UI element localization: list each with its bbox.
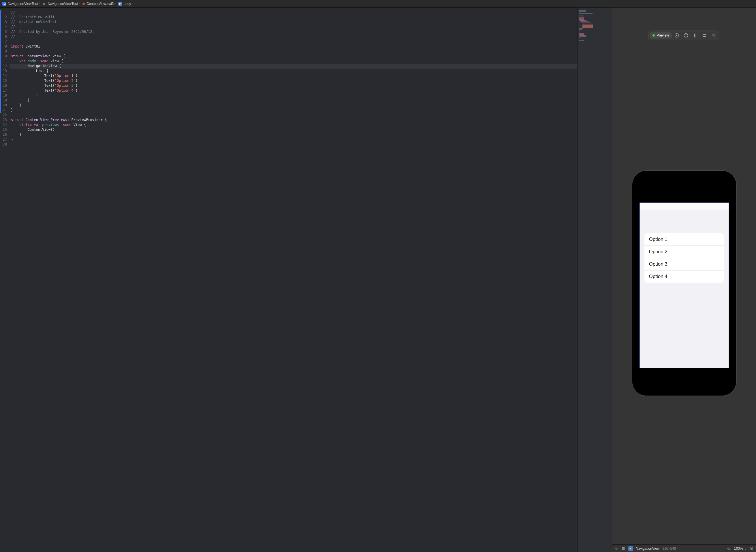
code-line[interactable] (10, 142, 577, 147)
change-indicator (0, 10, 1, 113)
code-line[interactable]: // Created by Juan Reyes on 2022/06/12. (10, 29, 577, 34)
device-settings-button[interactable] (691, 32, 699, 39)
swift-icon: ◆ (82, 1, 85, 6)
phone-frame: Option 1Option 2Option 3Option 4 (632, 171, 736, 396)
breadcrumb-separator: 〉 (114, 1, 118, 6)
code-line[interactable]: } (10, 137, 577, 142)
code-line[interactable]: NavigationView { (10, 64, 577, 68)
code-line[interactable]: // ContentView.swift (10, 15, 577, 20)
preview-status-button[interactable]: Preview (650, 32, 672, 39)
list-view: Option 1Option 2Option 3Option 4 (644, 233, 724, 283)
code-line[interactable]: // (10, 10, 577, 15)
variants-button[interactable] (700, 32, 709, 39)
editor-panel: 1234567891011121314151617181920212223242… (0, 7, 612, 552)
preview-label: Preview (657, 33, 669, 37)
list-item[interactable]: Option 1 (644, 233, 724, 246)
property-icon: P (118, 2, 122, 6)
code-line[interactable]: // NavigationViewTest (10, 20, 577, 24)
code-line[interactable]: Text("Option 3") (10, 83, 577, 88)
code-line[interactable] (10, 49, 577, 54)
code-line[interactable] (10, 113, 577, 118)
list-item[interactable]: Option 3 (644, 258, 724, 271)
breadcrumb-file-label: ContentView.swift (87, 2, 114, 6)
code-line[interactable]: Text("Option 1") (10, 74, 577, 79)
list-item[interactable]: Option 2 (644, 246, 724, 258)
zoom-out-button[interactable] (727, 547, 731, 551)
zoom-in-button[interactable] (750, 547, 754, 551)
code-line[interactable]: // (10, 24, 577, 29)
zoom-level[interactable]: 100% ⌄ (734, 547, 747, 551)
view-hierarchy-icon[interactable]: ‹ (628, 546, 633, 551)
folder-icon: ▤ (42, 2, 46, 6)
code-line[interactable] (10, 39, 577, 44)
breadcrumb-symbol[interactable]: P body (118, 2, 131, 6)
inspect-button[interactable] (682, 32, 690, 39)
code-editor[interactable]: //// ContentView.swift// NavigationViewT… (10, 7, 577, 552)
breadcrumb-folder[interactable]: ▤ NavigationViewTest (42, 2, 78, 6)
code-line[interactable]: var body: some View { (10, 59, 577, 64)
code-line[interactable]: List { (10, 68, 577, 74)
breadcrumb-folder-label: NavigationViewTest (48, 2, 78, 6)
code-line[interactable]: import SwiftUI (10, 44, 577, 49)
list-icon[interactable] (621, 547, 625, 551)
minimap-content (577, 7, 612, 42)
code-line[interactable]: } (10, 103, 577, 108)
preview-panel: Preview (612, 7, 756, 552)
project-icon: ◢ (2, 2, 6, 6)
preview-canvas: Preview (612, 7, 756, 545)
pin-icon[interactable] (615, 547, 619, 551)
svg-rect-4 (703, 34, 706, 37)
list-item[interactable]: Option 4 (644, 271, 724, 283)
navigation-bar (640, 203, 729, 210)
code-line[interactable]: } (10, 108, 577, 113)
code-line[interactable]: Text("Option 2") (10, 79, 577, 83)
view-name-label: NavigationView (636, 547, 660, 551)
line-gutter: 1234567891011121314151617181920212223242… (0, 7, 10, 552)
main-area: 1234567891011121314151617181920212223242… (0, 7, 756, 552)
breadcrumb-project[interactable]: ◢ NavigationViewTest (2, 2, 38, 6)
view-dimensions-label: 320×548 (663, 547, 676, 551)
preview-bottom-bar: ‹ NavigationView 320×548 100% ⌄ (612, 545, 756, 552)
breadcrumb-symbol-label: body (124, 2, 131, 6)
preview-toolbar: Preview (648, 30, 719, 40)
code-line[interactable]: struct ContentView_Previews: PreviewProv… (10, 118, 577, 122)
code-line[interactable]: ContentView() (10, 127, 577, 132)
duplicate-button[interactable] (709, 32, 718, 39)
minimap[interactable] (577, 7, 612, 552)
code-line[interactable]: // (10, 34, 577, 39)
breadcrumb-project-label: NavigationViewTest (8, 2, 38, 6)
code-line[interactable]: Text("Option 4") (10, 88, 577, 93)
code-line[interactable]: } (10, 132, 577, 137)
breadcrumb-file[interactable]: ◆ ContentView.swift (82, 1, 114, 6)
play-button[interactable] (672, 32, 681, 39)
breadcrumb-separator: 〉 (39, 1, 42, 6)
breadcrumb-separator: 〉 (79, 1, 82, 6)
code-line[interactable]: static var previews: some View { (10, 122, 577, 127)
code-line[interactable]: } (10, 93, 577, 98)
live-indicator-icon (652, 34, 655, 37)
svg-rect-3 (694, 34, 696, 37)
phone-screen[interactable]: Option 1Option 2Option 3Option 4 (640, 202, 729, 368)
code-line[interactable]: } (10, 98, 577, 103)
code-line[interactable]: struct ContentView: View { (10, 54, 577, 59)
breadcrumb-bar: ◢ NavigationViewTest 〉 ▤ NavigationViewT… (0, 0, 756, 7)
